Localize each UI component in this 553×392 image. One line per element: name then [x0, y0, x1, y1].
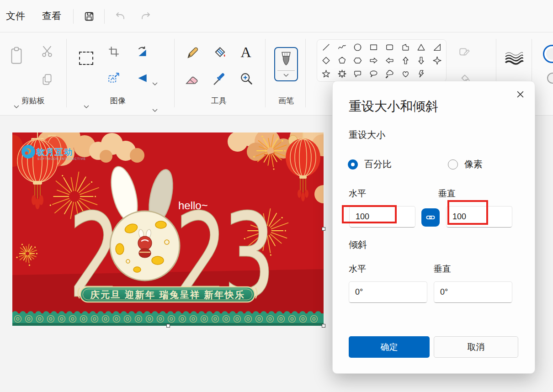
shapes-panel	[317, 39, 447, 82]
menu-file[interactable]: 文件	[6, 0, 25, 32]
radio-pixels[interactable]	[448, 159, 458, 170]
select-button[interactable]	[79, 52, 93, 65]
divider	[73, 9, 74, 24]
color1-swatch[interactable]	[543, 45, 553, 63]
eraser-icon	[184, 72, 200, 85]
ok-button[interactable]: 确定	[349, 336, 430, 358]
shape-hexagon-icon[interactable]	[350, 54, 366, 67]
rotate-icon	[136, 45, 149, 58]
cut-button[interactable]	[39, 43, 55, 59]
divider	[104, 9, 105, 24]
crop-button[interactable]	[106, 44, 121, 59]
shape-arrow-right-icon[interactable]	[366, 54, 382, 67]
color2-swatch[interactable]	[547, 73, 553, 84]
cancel-button[interactable]: 取消	[434, 336, 518, 358]
flip-chevron-down-icon[interactable]	[152, 108, 158, 112]
shape-oval-callout-icon[interactable]	[366, 67, 382, 80]
copy-icon	[41, 73, 53, 86]
shape-cloud-callout-icon[interactable]	[382, 67, 398, 80]
shape-arrow-left-icon[interactable]	[382, 54, 398, 67]
magnifier-icon	[239, 71, 254, 86]
save-button[interactable]	[83, 11, 95, 22]
link-icon	[425, 212, 436, 222]
skew-vertical-label: 垂直	[434, 263, 451, 275]
group-label-tools: 工具	[191, 95, 246, 106]
paste-button[interactable]	[7, 45, 26, 67]
menu-bar: 文件 查看	[0, 0, 553, 32]
shape-star-five-icon[interactable]	[318, 67, 334, 80]
shape-polygon-icon[interactable]	[398, 41, 414, 54]
text-icon: A	[240, 44, 251, 61]
shape-ellipse-icon[interactable]	[350, 41, 366, 54]
dialog-close-button[interactable]	[512, 86, 528, 102]
shape-arrow-up-icon[interactable]	[398, 54, 414, 67]
shape-right-triangle-icon[interactable]	[429, 41, 445, 54]
shape-rounded-rectangle-icon[interactable]	[382, 41, 398, 54]
select-chevron-down-icon[interactable]	[83, 105, 90, 109]
shape-pentagon-icon[interactable]	[334, 54, 350, 67]
undo-button[interactable]	[114, 11, 126, 22]
group-label-clipboard: 剪贴板	[5, 95, 60, 106]
color-picker-icon	[212, 71, 226, 86]
shape-star-four-icon[interactable]	[429, 54, 445, 67]
shape-rectangle-icon[interactable]	[366, 41, 382, 54]
flip-button[interactable]	[135, 71, 149, 85]
eraser-tool[interactable]	[183, 71, 201, 86]
resize-section-label: 重设大小	[349, 129, 385, 141]
radio-pixels-label: 像素	[464, 158, 483, 170]
shape-star-six-icon[interactable]	[334, 67, 350, 80]
brush-tool-selected[interactable]	[274, 47, 298, 81]
color-picker-tool[interactable]	[210, 71, 228, 86]
redo-button[interactable]	[140, 11, 152, 22]
undo-icon	[114, 11, 126, 22]
outline-icon	[458, 46, 471, 58]
canvas[interactable]: 2 2 3 hello~	[12, 132, 324, 326]
annotation-box-horizontal	[342, 205, 397, 223]
dialog-title: 重设大小和倾斜	[349, 98, 438, 115]
fill-tool[interactable]	[210, 43, 228, 61]
pencil-tool[interactable]	[183, 43, 201, 61]
crop-icon	[107, 45, 120, 58]
maintain-aspect-ratio-button[interactable]	[421, 208, 440, 227]
redo-icon	[140, 11, 152, 22]
skew-vertical-input[interactable]	[434, 281, 512, 303]
stroke-width-button[interactable]	[503, 50, 526, 67]
magnifier-tool[interactable]	[238, 70, 255, 87]
resize-image-icon	[107, 72, 120, 85]
annotation-box-vertical	[447, 200, 488, 225]
canvas-resize-handle-bottom[interactable]	[166, 324, 170, 328]
shape-outline-button[interactable]	[458, 45, 472, 59]
radio-percent[interactable]	[348, 159, 358, 170]
paste-icon	[9, 46, 24, 66]
shape-arrow-down-icon[interactable]	[414, 54, 430, 67]
divider	[305, 39, 306, 107]
rotate-chevron-down-icon[interactable]	[152, 82, 158, 86]
brush-icon	[278, 50, 294, 69]
shape-triangle-icon[interactable]	[414, 41, 430, 54]
menu-view[interactable]: 查看	[42, 0, 61, 32]
text-tool[interactable]: A	[238, 43, 254, 61]
color1-inner	[546, 48, 553, 60]
shape-rounded-callout-icon[interactable]	[350, 67, 366, 80]
shape-line-icon[interactable]	[318, 41, 334, 54]
watermark-title: 软月互动	[36, 148, 73, 157]
resize-horizontal-label: 水平	[349, 188, 366, 200]
radio-percent-label: 百分比	[364, 158, 392, 170]
skew-horizontal-input[interactable]	[349, 281, 427, 303]
hello-text: hello~	[178, 199, 208, 212]
rotate-button[interactable]	[135, 44, 149, 59]
shape-heart-icon[interactable]	[398, 67, 414, 80]
resize-image-button[interactable]	[106, 71, 121, 85]
copy-button[interactable]	[39, 72, 55, 87]
shape-curve-icon[interactable]	[334, 41, 350, 54]
canvas-resize-handle-right[interactable]	[322, 227, 325, 231]
divider	[174, 39, 175, 107]
canvas-resize-handle-corner[interactable]	[322, 324, 325, 328]
digit-3: 3	[223, 189, 275, 323]
moon-rabbit	[110, 211, 180, 281]
stroke-width-icon	[504, 51, 525, 66]
shape-diamond-icon[interactable]	[318, 54, 334, 67]
group-label-image: 图像	[90, 95, 145, 106]
shape-lightning-icon[interactable]	[414, 67, 430, 80]
brush-chevron-down-icon[interactable]	[283, 73, 289, 77]
